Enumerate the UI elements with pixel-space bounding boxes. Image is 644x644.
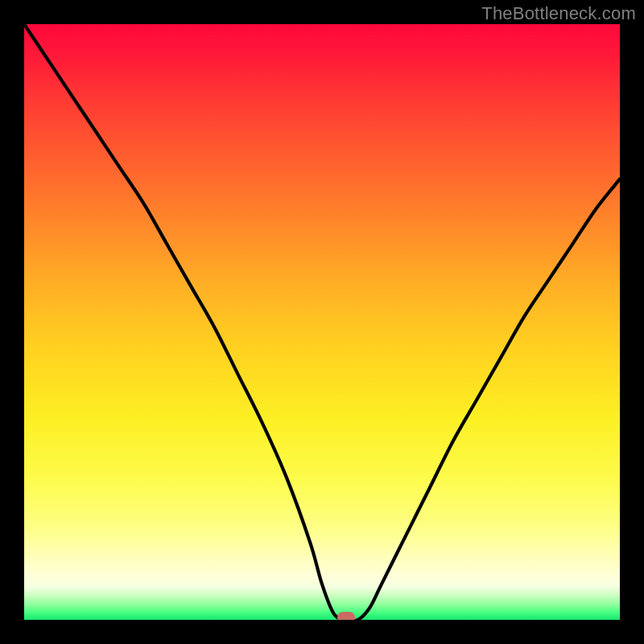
bottleneck-curve (24, 24, 620, 620)
chart-frame: TheBottleneck.com (0, 0, 644, 644)
plot-area (24, 24, 620, 620)
optimal-point-marker (337, 612, 355, 620)
watermark-text: TheBottleneck.com (481, 3, 636, 24)
